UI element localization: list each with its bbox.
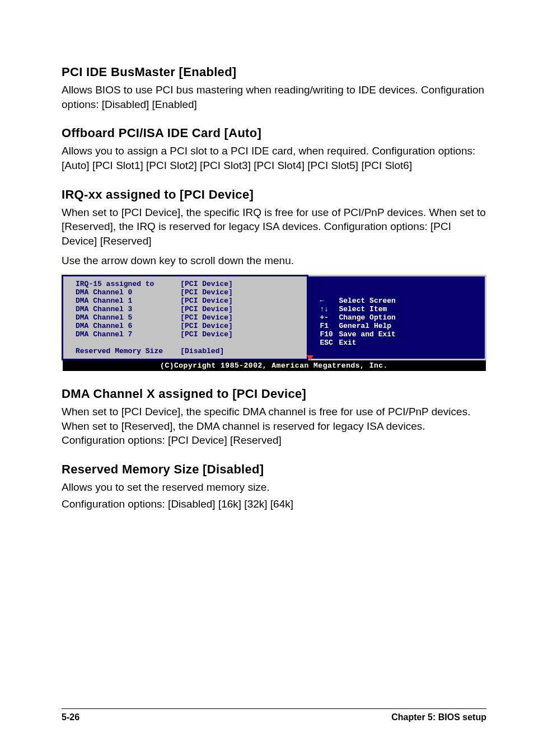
bios-help-text: Select Item (339, 305, 387, 313)
bios-help-row: F1General Help (320, 322, 476, 330)
bios-setting-row: DMA Channel 3 [PCI Device] (76, 305, 297, 313)
bios-help-key: ← (320, 297, 339, 305)
text-irq-assigned-1: When set to [PCI Device], the specific I… (62, 205, 486, 248)
scroll-down-cue-icon (307, 355, 313, 360)
chapter-title: Chapter 5: BIOS setup (391, 712, 486, 722)
page-footer: 5-26 Chapter 5: BIOS setup (62, 708, 486, 722)
bios-table: IRQ-15 assigned to [PCI Device]DMA Chann… (62, 275, 486, 371)
bios-help-key: +- (320, 313, 339, 322)
bios-setting-row: DMA Channel 5 [PCI Device] (76, 313, 297, 322)
text-irq-assigned-2: Use the arrow down key to scroll down th… (62, 253, 486, 268)
heading-pci-ide-busmaster: PCI IDE BusMaster [Enabled] (62, 65, 486, 79)
bios-panel: IRQ-15 assigned to [PCI Device]DMA Chann… (62, 275, 486, 371)
heading-offboard-pci-isa: Offboard PCI/ISA IDE Card [Auto] (62, 126, 486, 140)
bios-help-row: +-Change Option (320, 313, 476, 322)
page-number: 5-26 (62, 712, 79, 722)
bios-help-pane: ←Select Screen↑↓Select Item+-Change Opti… (308, 276, 486, 360)
bios-help-text: General Help (339, 322, 391, 330)
heading-reserved-memory: Reserved Memory Size [Disabled] (62, 462, 486, 477)
bios-setting-row: DMA Channel 0 [PCI Device] (76, 288, 297, 297)
bios-setting-row: IRQ-15 assigned to [PCI Device] (76, 280, 297, 288)
text-pci-ide-busmaster: Allows BIOS to use PCI bus mastering whe… (62, 83, 486, 111)
text-reserved-memory-1: Allows you to set the reserved memory si… (62, 480, 486, 495)
bios-help-text: Select Screen (339, 297, 395, 305)
bios-setting-row: DMA Channel 1 [PCI Device] (76, 297, 297, 305)
heading-irq-assigned: IRQ-xx assigned to [PCI Device] (62, 187, 486, 202)
text-reserved-memory-2: Configuration options: [Disabled] [16k] … (62, 497, 486, 511)
bios-help-key: ESC (320, 339, 339, 347)
page: PCI IDE BusMaster [Enabled] Allows BIOS … (0, 0, 534, 756)
bios-setting-row: DMA Channel 6 [PCI Device] (76, 322, 297, 330)
bios-setting-row: Reserved Memory Size [Disabled] (76, 347, 297, 355)
bios-help-text: Exit (339, 339, 356, 347)
bios-copyright-bar: (C)Copyright 1985-2002, American Megatre… (63, 360, 486, 372)
text-offboard-pci-isa: Allows you to assign a PCI slot to a PCI… (62, 144, 486, 172)
text-dma-channel: When set to [PCI Device], the specific D… (62, 405, 486, 448)
heading-dma-channel: DMA Channel X assigned to [PCI Device] (62, 387, 486, 401)
bios-settings-pane: IRQ-15 assigned to [PCI Device]DMA Chann… (63, 276, 308, 360)
bios-help-row: F10Save and Exit (320, 330, 476, 339)
bios-setting-row: DMA Channel 7 [PCI Device] (76, 330, 297, 339)
bios-help-row: ↑↓Select Item (320, 305, 476, 313)
bios-help-text: Save and Exit (339, 330, 395, 339)
bios-help-row: ESCExit (320, 339, 476, 347)
bios-setting-row (76, 339, 297, 347)
bios-help-row: ←Select Screen (320, 297, 476, 305)
bios-help-key: F10 (320, 330, 339, 339)
bios-help-key: ↑↓ (320, 305, 339, 313)
bios-help-text: Change Option (339, 313, 395, 322)
bios-help-key: F1 (320, 322, 339, 330)
